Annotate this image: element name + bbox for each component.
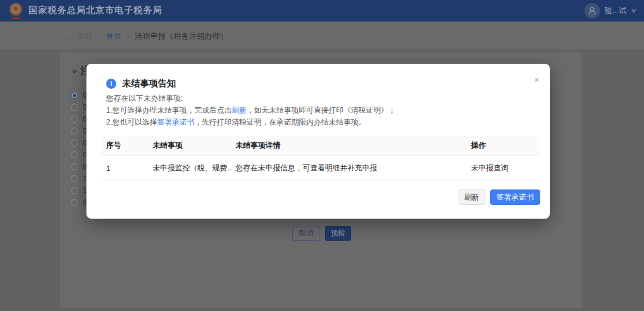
radio-icon[interactable]: [71, 139, 78, 147]
notice-intro: 您存在以下未办结事项:: [106, 92, 530, 104]
col-header-action: 操作: [466, 136, 540, 156]
table-header-row: 序号 未结事项 未结事项详情 操作: [101, 136, 540, 156]
radio-icon[interactable]: [71, 92, 78, 99]
sign-commitment-button[interactable]: 签署承诺书: [490, 189, 541, 205]
undeclared-query-link[interactable]: 未申报查询: [466, 156, 540, 181]
chevron-down-icon: ∨: [630, 7, 636, 14]
col-header-item: 未结事项: [148, 136, 231, 156]
tax-emblem-icon: [8, 2, 23, 20]
table-row: 1 未申报监控（税、规费... 您存在未申报信息，可查看明细并补充申报 未申报查…: [101, 156, 540, 181]
point2-pre: 2.您也可以选择: [106, 118, 157, 126]
modal-notice-text: 您存在以下未办结事项: 1.您可选择办理未结事项，完成后点击刷新，如无未结事项即…: [106, 92, 530, 128]
radio-icon[interactable]: [71, 163, 78, 170]
cancel-button[interactable]: 取消: [292, 226, 320, 241]
radio-icon[interactable]: [71, 151, 78, 158]
close-icon[interactable]: ×: [534, 76, 539, 84]
table-body: 1 未申报监控（税、规费... 您存在未申报信息，可查看明细并补充申报 未申报查…: [101, 156, 540, 181]
col-header-index: 序号: [101, 136, 148, 156]
point1-post: ，如无未结事项即可直接打印《清税证明》；: [246, 106, 395, 114]
notice-point-2: 2.您也可以选择签署承诺书，先行打印清税证明，在承诺期限内办结未结事项。: [106, 116, 530, 128]
pending-items-table: 序号 未结事项 未结事项详情 操作 1 未申报监控（税、规费... 您存在未申报…: [101, 136, 540, 181]
radio-icon[interactable]: [71, 175, 78, 182]
collapse-chevron-icon[interactable]: ∨: [71, 68, 78, 74]
pending-items-modal: i 未结事项告知 × 您存在以下未办结事项: 1.您可选择办理未结事项，完成后点…: [86, 64, 550, 219]
precheck-button[interactable]: 预检: [325, 226, 351, 241]
modal-title: 未结事项告知: [122, 78, 176, 89]
avatar-icon: [584, 3, 600, 18]
modal-header: i 未结事项告知: [106, 78, 176, 89]
modal-footer: 刷新 签署承诺书: [459, 189, 541, 205]
notice-point-1: 1.您可选择办理未结事项，完成后点击刷新，如无未结事项即可直接打印《清税证明》；: [106, 104, 530, 116]
app-header: 国家税务总局北京市电子税务局 验...试 ∨: [0, 0, 644, 21]
breadcrumb: ← 返回 首页 › 清税申报（税务注销办理）: [64, 31, 228, 42]
cell-index: 1: [101, 156, 148, 181]
point2-post: ，先行打印清税证明，在承诺期限内办结未结事项。: [194, 118, 366, 126]
radio-icon[interactable]: [71, 104, 78, 111]
user-name: 验...试: [605, 5, 627, 16]
brand: 国家税务总局北京市电子税务局: [8, 2, 162, 20]
back-button[interactable]: ← 返回: [64, 31, 92, 42]
refresh-button[interactable]: 刷新: [459, 189, 485, 205]
info-icon: i: [106, 79, 116, 89]
radio-icon[interactable]: [71, 127, 78, 135]
radio-icon[interactable]: [71, 116, 78, 123]
radio-icon[interactable]: [71, 187, 78, 194]
user-menu[interactable]: 验...试 ∨: [584, 3, 636, 18]
radio-icon[interactable]: [71, 199, 78, 206]
col-header-detail: 未结事项详情: [231, 136, 466, 156]
refresh-inline-link[interactable]: 刷新: [231, 106, 246, 114]
breadcrumb-home-link[interactable]: 首页: [106, 31, 122, 42]
breadcrumb-current: 清税申报（税务注销办理）: [135, 31, 228, 42]
cell-detail: 您存在未申报信息，可查看明细并补充申报: [231, 156, 466, 181]
back-arrow-icon: ←: [64, 32, 73, 42]
point1-pre: 1.您可选择办理未结事项，完成后点击: [106, 106, 231, 114]
breadcrumb-separator: ›: [127, 32, 129, 41]
back-label: 返回: [77, 31, 92, 42]
app-title: 国家税务总局北京市电子税务局: [29, 5, 162, 16]
sign-inline-link[interactable]: 签署承诺书: [157, 118, 194, 126]
cell-item: 未申报监控（税、规费...: [148, 156, 231, 181]
